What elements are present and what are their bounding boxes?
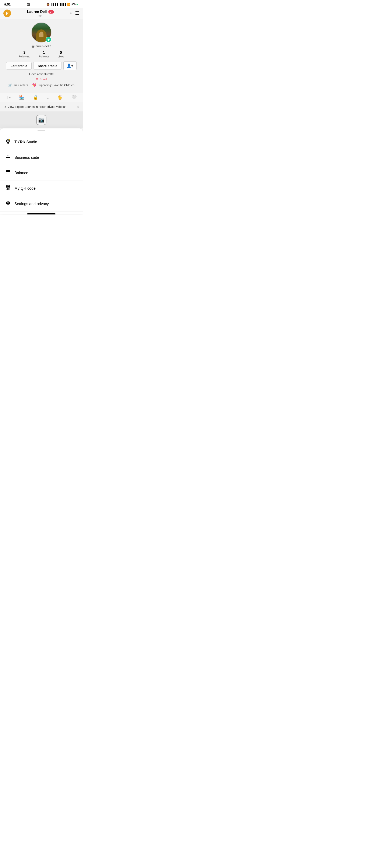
tab-videos[interactable]: ⫶ ▾ xyxy=(3,93,13,102)
nav-title: Lauren Deli 9+ xyxy=(27,10,54,14)
tab-liked[interactable]: 🤍 xyxy=(69,93,79,102)
svg-point-1 xyxy=(7,140,9,142)
business-suite-icon xyxy=(5,154,11,161)
bottom-sheet: TikTok Studio Business suite Balance xyxy=(0,128,83,214)
following-count: 3 xyxy=(23,51,25,55)
following-stat[interactable]: 3 Following xyxy=(19,51,30,58)
follower-label: Follower xyxy=(39,55,49,58)
supporting-link[interactable]: 💖 Supporting: Save the Children xyxy=(32,83,74,87)
signal-icon: ▐▐▐▐ xyxy=(51,3,58,6)
heart-icon: 💖 xyxy=(32,83,36,87)
camera-status-icon: 🎥 xyxy=(27,3,30,6)
repost-tab-icon: ↕ xyxy=(47,95,49,100)
mute-icon: 🔕 xyxy=(47,3,50,6)
nav-title-group: Lauren Deli 9+ her xyxy=(27,10,54,17)
add-friend-icon: 👤+ xyxy=(67,64,73,68)
stories-banner-text: View expired Stories in "Your private vi… xyxy=(8,105,66,108)
likes-label: Likes xyxy=(58,55,64,58)
svg-rect-9 xyxy=(7,173,8,173)
wifi-icon: 🛜 xyxy=(67,3,70,6)
battery-level: 96% xyxy=(71,3,77,6)
signal2-icon: ▐▐▐▐ xyxy=(59,3,66,6)
svg-rect-15 xyxy=(6,189,7,189)
stories-close-button[interactable]: ✕ xyxy=(77,105,79,109)
tab-bar: ⫶ ▾ 🏪 🔒 ↕ 🖐 🤍 xyxy=(0,93,83,102)
notification-badge[interactable]: 9+ xyxy=(48,10,54,13)
tiktok-studio-label: TikTok Studio xyxy=(14,140,37,144)
status-icons: 🔕 ▐▐▐▐ ▐▐▐▐ 🛜 96% ● xyxy=(47,3,79,6)
home-indicator xyxy=(27,213,56,214)
battery-dot: ● xyxy=(77,3,79,6)
cart-icon: 🛒 xyxy=(8,83,12,87)
svg-rect-11 xyxy=(6,186,7,187)
status-bar: 9:52 🎥 🔕 ▐▐▐▐ ▐▐▐▐ 🛜 96% ● xyxy=(0,0,83,8)
stats-row: 3 Following 1 Follower 0 Likes xyxy=(19,51,64,58)
shop-tab-icon: 🏪 xyxy=(19,95,24,100)
business-suite-label: Business suite xyxy=(14,155,39,160)
settings-icon xyxy=(5,200,11,207)
balance-icon xyxy=(5,169,11,176)
likes-stat[interactable]: 0 Likes xyxy=(58,51,64,58)
balance-label: Balance xyxy=(14,171,28,175)
share-profile-button[interactable]: Share profile xyxy=(33,62,62,69)
menu-icon[interactable]: ☰ xyxy=(75,10,79,16)
stories-text: ⊙ View expired Stories in "Your private … xyxy=(3,105,66,108)
settings-privacy-item[interactable]: Settings and privacy xyxy=(0,196,83,212)
orders-link[interactable]: 🛒 Your orders xyxy=(8,83,28,87)
videos-tab-icon: ⫶ xyxy=(6,95,8,100)
likes-count: 0 xyxy=(60,51,62,55)
follower-stat[interactable]: 1 Follower xyxy=(39,51,49,58)
svg-point-20 xyxy=(7,203,9,204)
lock-tab-icon: 🔒 xyxy=(33,95,38,100)
tab-shop[interactable]: 🏪 xyxy=(17,93,27,102)
orders-label: Your orders xyxy=(14,84,28,87)
liked-tab-icon: 🤍 xyxy=(71,95,77,100)
action-buttons: Edit profile Share profile 👤+ xyxy=(3,61,79,70)
following-label: Following xyxy=(19,55,30,58)
qr-code-icon xyxy=(5,185,11,192)
sheet-handle xyxy=(37,130,45,131)
email-link[interactable]: ✉ Email xyxy=(36,78,47,81)
links-row: 🛒 Your orders 💖 Supporting: Save the Chi… xyxy=(8,83,74,87)
balance-item[interactable]: Balance xyxy=(0,165,83,181)
dropdown-arrow: ▾ xyxy=(9,97,10,99)
camera-placeholder-icon: 📷 xyxy=(36,115,47,125)
add-photo-button[interactable]: + xyxy=(46,37,52,42)
stories-banner: ⊙ View expired Stories in "Your private … xyxy=(0,102,83,112)
edit-profile-button[interactable]: Edit profile xyxy=(6,62,32,69)
svg-rect-17 xyxy=(9,188,10,189)
profile-username: @lauren.deli3 xyxy=(32,44,51,48)
profile-background: P Lauren Deli 9+ her 𝄈𝄈 ☰ + @lauren.deli… xyxy=(0,8,83,128)
svg-rect-19 xyxy=(9,189,10,190)
nav-avatar[interactable]: P xyxy=(3,9,11,17)
tiktok-studio-item[interactable]: TikTok Studio xyxy=(0,134,83,150)
svg-point-2 xyxy=(9,139,10,141)
supporting-label: Supporting: Save the Children xyxy=(38,84,74,87)
username-title: Lauren Deli xyxy=(27,10,47,14)
nav-subtitle: her xyxy=(38,14,42,17)
settings-privacy-label: Settings and privacy xyxy=(14,202,49,206)
add-friend-button[interactable]: 👤+ xyxy=(63,61,77,70)
stories-icon: ⊙ xyxy=(3,105,6,108)
tab-tagged[interactable]: 🖐 xyxy=(55,93,65,102)
nav-icons: 𝄈𝄈 ☰ xyxy=(70,10,79,16)
status-time: 9:52 xyxy=(4,3,10,6)
content-area: 📷 xyxy=(0,112,83,128)
tab-private[interactable]: 🔒 xyxy=(31,93,41,102)
tab-reposts[interactable]: ↕ xyxy=(44,93,52,102)
follower-count: 1 xyxy=(43,51,45,55)
email-label: Email xyxy=(39,78,47,81)
email-icon: ✉ xyxy=(36,78,38,81)
svg-rect-18 xyxy=(8,189,9,190)
svg-rect-5 xyxy=(8,157,8,158)
profile-section: + @lauren.deli3 3 Following 1 Follower 0… xyxy=(0,19,83,93)
svg-rect-16 xyxy=(8,188,9,189)
qr-code-label: My QR code xyxy=(14,186,36,191)
bio: I love adventure!!!! xyxy=(29,72,54,76)
glasses-icon[interactable]: 𝄈𝄈 xyxy=(70,10,72,16)
svg-rect-13 xyxy=(9,186,10,187)
qr-code-item[interactable]: My QR code xyxy=(0,181,83,196)
tiktok-studio-icon xyxy=(5,138,11,145)
tagged-tab-icon: 🖐 xyxy=(57,95,63,100)
business-suite-item[interactable]: Business suite xyxy=(0,150,83,165)
